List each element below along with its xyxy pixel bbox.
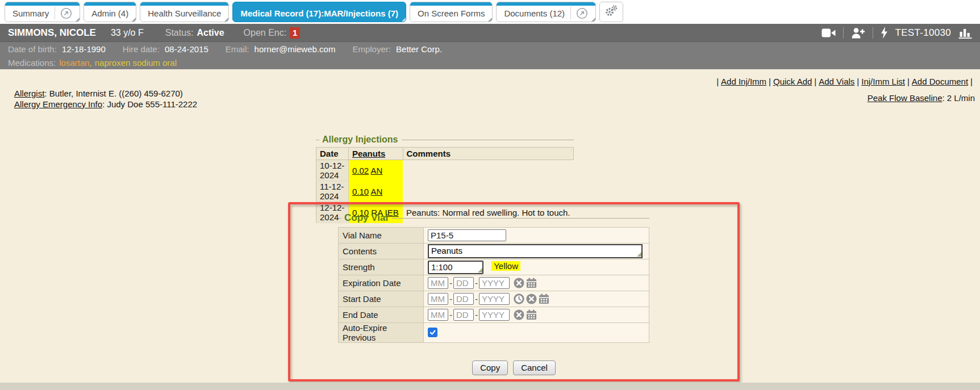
clear-date-icon[interactable] xyxy=(514,278,524,288)
add-vials-link[interactable]: Add Vials xyxy=(819,77,854,86)
divider xyxy=(843,27,844,39)
employer-label: Employer: xyxy=(352,44,391,54)
start-month-input[interactable] xyxy=(428,293,448,305)
expiration-day-input[interactable] xyxy=(453,277,474,289)
form-row-end-date: End Date -- xyxy=(339,307,649,323)
medication-link-naproxen[interactable]: naproxen sodium oral xyxy=(95,58,177,68)
video-camera-icon[interactable] xyxy=(821,28,836,37)
lightning-icon[interactable] xyxy=(881,27,888,39)
calendar-icon[interactable] xyxy=(539,293,549,304)
patient-age-sex: 33 y/o F xyxy=(111,28,144,38)
section-header: Copy Vial xyxy=(338,212,649,224)
tab-fold-icon xyxy=(224,18,228,22)
add-document-link[interactable]: Add Document xyxy=(912,77,968,86)
section-header: Allergy Injections xyxy=(316,135,574,145)
add-inj-imm-link[interactable]: Add Inj/Imm xyxy=(721,77,766,86)
expiration-year-input[interactable] xyxy=(479,277,510,289)
contents-label: Contents xyxy=(339,244,424,259)
allergy-injections-section: Allergy Injections Date Peanuts Comments… xyxy=(316,135,574,223)
page-bottom-strip xyxy=(0,383,980,390)
table-row: 10-12-2024 0.02 AN xyxy=(316,160,574,181)
dose-link[interactable]: 0.10 xyxy=(352,187,369,196)
copy-button[interactable]: Copy xyxy=(472,360,508,375)
tab-label: Medical Record (17):MAR/Injections (7) xyxy=(240,9,398,18)
tab-fold-icon xyxy=(76,18,80,22)
medication-link-losartan[interactable]: losartan xyxy=(59,58,89,68)
clear-date-icon[interactable] xyxy=(526,293,537,304)
date-separator: - xyxy=(449,310,452,320)
tab-summary[interactable]: Summary xyxy=(5,2,80,22)
status-value: Active xyxy=(197,28,224,38)
injection-comment xyxy=(403,181,573,202)
tab-label: On Screen Forms xyxy=(418,9,485,18)
tab-admin[interactable]: Admin (4) xyxy=(84,2,136,22)
quick-add-link[interactable]: Quick Add xyxy=(773,77,812,86)
inj-imm-list-link[interactable]: Inj/Imm List xyxy=(861,77,905,86)
separator: | xyxy=(970,77,973,86)
fieldset-line xyxy=(316,140,319,140)
end-year-input[interactable] xyxy=(479,309,510,321)
start-day-input[interactable] xyxy=(453,293,474,305)
hire-date-label: Hire date: xyxy=(123,44,160,54)
open-enc-label: Open Enc: xyxy=(244,28,287,38)
form-row-start-date: Start Date -- xyxy=(339,291,649,307)
date-separator: - xyxy=(449,294,452,304)
dose-tag-link[interactable]: AN xyxy=(370,187,382,196)
form-row-strength: Strength Yellow xyxy=(339,259,649,275)
separator: | xyxy=(769,77,771,86)
separator: | xyxy=(907,77,910,86)
dose-tag-link[interactable]: AN xyxy=(370,166,382,175)
allergist-link[interactable]: Allergist xyxy=(14,89,44,98)
allergy-emergency-link[interactable]: Allergy Emergency Info xyxy=(14,99,102,109)
date-separator: - xyxy=(475,310,478,320)
status-label: Status: xyxy=(165,28,194,38)
end-month-input[interactable] xyxy=(428,309,448,321)
calendar-icon[interactable] xyxy=(526,278,537,288)
external-link-icon[interactable] xyxy=(55,7,72,19)
vial-name-input[interactable] xyxy=(428,229,506,241)
contents-textarea[interactable]: Peanuts xyxy=(428,244,643,258)
tab-health-surveillance[interactable]: Health Surveillance xyxy=(140,2,229,22)
bar-chart-icon[interactable] xyxy=(958,27,972,39)
auto-expire-checkbox[interactable] xyxy=(428,328,437,337)
strength-input[interactable] xyxy=(428,261,483,274)
injection-date: 10-12-2024 xyxy=(316,160,349,181)
table-header-row: Date Peanuts Comments xyxy=(316,148,574,160)
clock-icon[interactable] xyxy=(514,293,524,304)
start-year-input[interactable] xyxy=(479,293,510,305)
peanuts-column-link[interactable]: Peanuts xyxy=(352,149,385,158)
tab-medical-record[interactable]: Medical Record (17):MAR/Injections (7) xyxy=(232,2,406,22)
email-label: Email: xyxy=(226,44,249,54)
external-link-icon[interactable] xyxy=(570,7,588,19)
resize-grip-icon xyxy=(478,268,482,272)
dose-link[interactable]: 0.02 xyxy=(352,166,369,175)
copy-vial-form: Vial Name Contents Peanuts Strength xyxy=(338,227,649,343)
tab-bar: Summary Admin (4) Health Surveillance Me… xyxy=(0,0,980,24)
calendar-icon[interactable] xyxy=(526,309,537,320)
medication-separator: , xyxy=(90,58,92,68)
section-title: Copy Vial xyxy=(344,212,388,224)
content-area: |Add Inj/Imm|Quick Add|Add Vials|Inj/Imm… xyxy=(0,69,980,383)
peak-flow-link[interactable]: Peak Flow Baseline xyxy=(868,93,943,103)
tab-documents[interactable]: Documents (12) xyxy=(496,2,596,22)
settings-gear-button[interactable] xyxy=(599,2,623,22)
expiration-month-input[interactable] xyxy=(428,277,448,289)
tab-on-screen-forms[interactable]: On Screen Forms xyxy=(410,2,493,22)
clear-date-icon[interactable] xyxy=(514,309,524,320)
date-separator: - xyxy=(475,278,478,288)
date-separator: - xyxy=(475,294,478,304)
resize-grip-icon[interactable] xyxy=(637,252,641,257)
strength-note: Yellow xyxy=(491,261,520,271)
tab-fold-icon xyxy=(402,18,406,22)
column-header-date: Date xyxy=(316,148,349,160)
tab-label: Documents (12) xyxy=(504,9,565,18)
end-day-input[interactable] xyxy=(453,309,474,321)
form-row-auto-expire: Auto-Expire Previous xyxy=(339,323,649,343)
add-user-icon[interactable] xyxy=(851,27,865,39)
peak-flow-baseline: Peak Flow Baseline: 2 L/min xyxy=(868,93,975,103)
separator: | xyxy=(857,77,859,86)
fieldset-line xyxy=(402,140,574,140)
patient-name: SIMMONS, NICOLE xyxy=(8,27,96,39)
open-encounter-badge[interactable]: 1 xyxy=(290,27,300,39)
cancel-button[interactable]: Cancel xyxy=(513,360,556,375)
